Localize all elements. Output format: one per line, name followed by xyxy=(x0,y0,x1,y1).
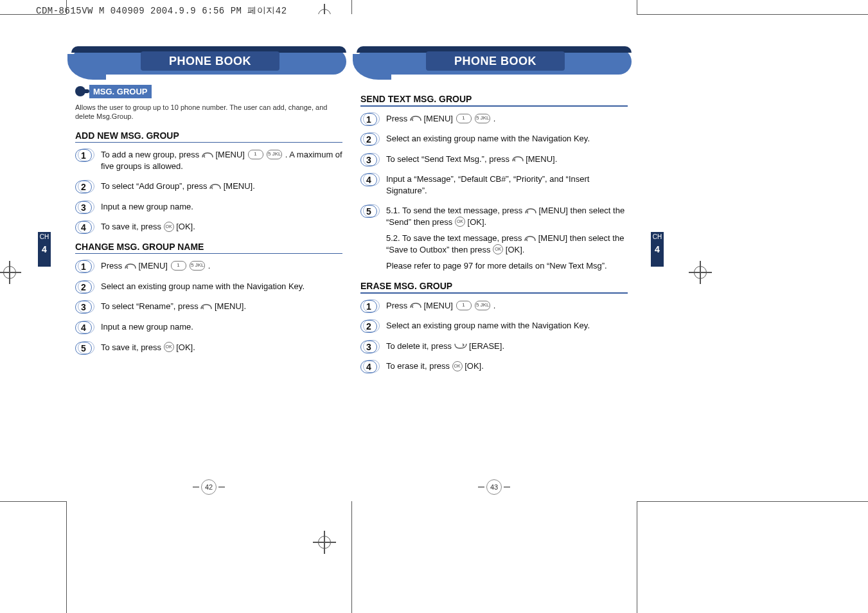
instruction-step: 2Select an existing group name with the … xyxy=(75,281,342,292)
instruction-step: 55.1. To send the text message, press [M… xyxy=(360,205,628,272)
instruction-step: 3To select “Send Text Msg.”, press [MENU… xyxy=(360,154,628,165)
step-text: Select an existing group name with the N… xyxy=(386,320,628,332)
page-title: PHONE BOOK xyxy=(141,51,279,71)
crop-rule xyxy=(351,501,352,613)
step-number-badge: 4 xyxy=(75,321,93,335)
step-number-badge: 2 xyxy=(75,281,93,295)
step-number-badge: 1 xyxy=(75,260,93,274)
step-number-badge: 1 xyxy=(75,149,93,163)
crop-rule xyxy=(637,0,637,14)
softkey-left-icon xyxy=(202,151,213,160)
step-number-badge: 3 xyxy=(75,301,93,315)
crop-rule xyxy=(0,501,66,502)
page-left: PHONE BOOK MSG. GROUP Allows the user to… xyxy=(66,14,351,501)
keypad-key-icon: 5 JKL xyxy=(475,114,490,123)
step-text: Press [MENU] 1 5 JKL . xyxy=(386,300,628,312)
section-bullet-heading: MSG. GROUP xyxy=(75,85,342,99)
instruction-step: 2To select “Add Group”, press [MENU]. xyxy=(75,181,342,192)
subsection-heading: ADD NEW MSG. GROUP xyxy=(75,130,342,141)
instruction-step: 4Input a “Message”, “Default CB#”, “Prio… xyxy=(360,173,628,196)
crop-rule xyxy=(637,14,868,15)
ok-key-icon: OK xyxy=(452,361,463,371)
keypad-key-icon: 5 JKL xyxy=(267,150,282,159)
softkey-left-icon xyxy=(200,303,212,312)
step-number-badge: 5 xyxy=(360,205,378,219)
step-number-badge: 2 xyxy=(360,133,378,147)
step-text: Select an existing group name with the N… xyxy=(101,281,342,292)
step-number-badge: 3 xyxy=(75,201,93,215)
instruction-step: 3Input a new group name. xyxy=(75,201,342,213)
section-intro-text: Allows the user to group up to 10 phone … xyxy=(75,103,342,121)
instruction-step: 1Press [MENU] 1 5 JKL . xyxy=(360,113,628,125)
ok-key-icon: OK xyxy=(493,244,503,254)
step-text: To save it, press OK [OK]. xyxy=(101,221,342,233)
page-number-value: 42 xyxy=(205,483,213,491)
softkey-left-icon xyxy=(525,207,536,216)
page-number: 42 xyxy=(201,479,217,495)
subsection-heading: SEND TEXT MSG. GROUP xyxy=(360,94,628,104)
step-text: To add a new group, press [MENU] 1 5 JKL… xyxy=(101,149,342,172)
section-tag: MSG. GROUP xyxy=(89,85,152,98)
softkey-left-icon xyxy=(209,182,221,191)
softkey-left-icon xyxy=(125,262,136,271)
step-number-badge: 5 xyxy=(75,342,93,356)
crop-rule xyxy=(637,501,868,502)
step-text: Input a new group name. xyxy=(101,201,342,213)
step-text: Press [MENU] 1 5 JKL . xyxy=(386,113,628,125)
step-number-badge: 4 xyxy=(75,221,93,235)
instruction-step: 1To add a new group, press [MENU] 1 5 JK… xyxy=(75,149,342,172)
page-spread: PHONE BOOK MSG. GROUP Allows the user to… xyxy=(66,14,637,501)
step-text: To delete it, press [ERASE]. xyxy=(386,341,628,352)
page-number-value: 43 xyxy=(490,483,498,491)
instruction-step: 4Input a new group name. xyxy=(75,321,342,333)
step-number-badge: 1 xyxy=(360,113,378,127)
step-number-badge: 3 xyxy=(360,154,378,168)
erase-key-icon xyxy=(454,341,467,350)
instruction-step: 3To select “Rename”, press [MENU]. xyxy=(75,301,342,312)
chapter-label: CH xyxy=(651,234,664,240)
page-number: 43 xyxy=(486,479,502,495)
step-text: To select “Send Text Msg.”, press [MENU]… xyxy=(386,154,628,165)
step-text: Select an existing group name with the N… xyxy=(386,133,628,145)
step-text: Input a new group name. xyxy=(101,321,342,333)
subsection-underline xyxy=(75,142,342,143)
softkey-left-icon xyxy=(512,155,524,164)
page-title-banner: PHONE BOOK xyxy=(351,46,637,78)
chapter-number: 4 xyxy=(38,244,51,254)
keypad-key-icon: 1 xyxy=(456,114,472,123)
step-number-badge: 2 xyxy=(75,181,93,195)
keypad-key-icon: 5 JKL xyxy=(190,261,205,271)
registration-mark-icon xyxy=(2,265,17,280)
instruction-step: 4To erase it, press OK [OK]. xyxy=(360,360,628,372)
crop-rule xyxy=(66,0,67,14)
softkey-left-icon xyxy=(524,235,536,244)
step-text: To select “Add Group”, press [MENU]. xyxy=(101,181,342,192)
step-number-badge: 3 xyxy=(360,341,378,355)
instruction-step: 1Press [MENU] 1 5 JKL . xyxy=(360,300,628,312)
softkey-left-icon xyxy=(410,301,421,310)
instruction-step: 4To save it, press OK [OK]. xyxy=(75,221,342,233)
instruction-step: 1Press [MENU] 1 5 JKL . xyxy=(75,260,342,272)
step-text: Input a “Message”, “Default CB#”, “Prior… xyxy=(386,173,628,196)
ok-key-icon: OK xyxy=(164,222,174,232)
keypad-key-icon: 5 JKL xyxy=(475,301,490,310)
subsection-heading: ERASE MSG. GROUP xyxy=(360,281,628,291)
page-right: PHONE BOOK SEND TEXT MSG. GROUP1Press [M… xyxy=(351,14,637,501)
subsection-underline xyxy=(75,253,342,254)
page-title-banner: PHONE BOOK xyxy=(66,46,351,78)
page-right-content: SEND TEXT MSG. GROUP1Press [MENU] 1 5 JK… xyxy=(360,85,628,381)
ok-key-icon: OK xyxy=(164,342,174,352)
step-number-badge: 4 xyxy=(360,173,378,188)
step-text: 5.1. To send the text message, press [ME… xyxy=(386,205,628,272)
crop-rule xyxy=(351,0,352,14)
instruction-step: 5To save it, press OK [OK]. xyxy=(75,342,342,353)
page-title: PHONE BOOK xyxy=(426,51,565,71)
ok-key-icon: OK xyxy=(455,217,465,227)
step-text: To select “Rename”, press [MENU]. xyxy=(101,301,342,312)
instruction-step: 2Select an existing group name with the … xyxy=(360,133,628,145)
softkey-left-icon xyxy=(410,114,421,123)
chapter-side-tab: CH 4 xyxy=(38,232,51,267)
step-text: Press [MENU] 1 5 JKL . xyxy=(101,260,342,272)
step-text: To save it, press OK [OK]. xyxy=(101,342,342,353)
subsection-underline xyxy=(360,105,628,107)
